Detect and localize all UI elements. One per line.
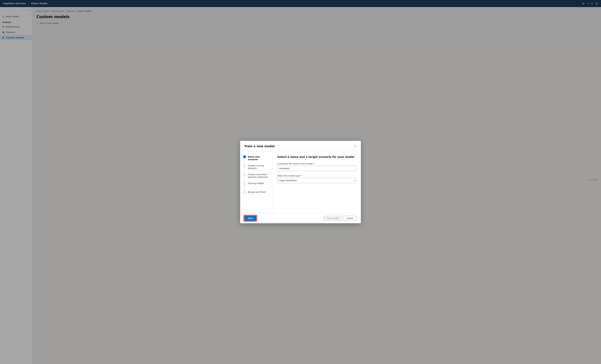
step-4-connector <box>244 185 245 190</box>
steps-panel: Name and scenario Choose training datase… <box>240 151 272 213</box>
step-4-circle <box>243 182 246 185</box>
next-button[interactable]: Next <box>244 216 256 221</box>
step-1-indicator-col <box>243 155 246 164</box>
step-3-connector <box>244 176 245 181</box>
step-2-label: Choose training datasets <box>248 164 270 170</box>
step-3-circle <box>243 173 246 176</box>
model-type-select-wrapper: Image classification Object detection ▾ <box>277 178 356 183</box>
step-2-circle <box>243 164 246 167</box>
modal-overlay: Train a new model × Name and scenario <box>0 0 601 364</box>
modal-title: Train a new model <box>244 144 275 148</box>
modal-header: Train a new model × <box>240 141 361 151</box>
train-model-button: Train model <box>323 216 341 221</box>
name-required-star: * <box>313 163 315 165</box>
step-2-indicator-col <box>243 164 246 173</box>
cancel-button[interactable]: Cancel <box>343 216 357 221</box>
step-5-indicator-col <box>243 191 246 194</box>
type-required-star: * <box>300 175 302 177</box>
step-4-indicator-col <box>243 182 246 191</box>
step-5-label: Review and finish <box>248 191 266 193</box>
form-panel: Select a name and a target scenario for … <box>272 151 361 213</box>
model-name-input[interactable] <box>277 166 356 171</box>
step-3-indicator-col <box>243 173 246 182</box>
model-name-group: Customize the name of this model * <box>277 163 356 171</box>
form-section-title: Select a name and a target scenario for … <box>277 155 356 158</box>
step-training-datasets: Choose training datasets <box>243 164 270 173</box>
model-name-label: Customize the name of this model * <box>277 163 356 165</box>
modal-body: Name and scenario Choose training datase… <box>240 151 361 213</box>
model-type-select[interactable]: Image classification Object detection <box>277 178 356 183</box>
step-review-finish: Review and finish <box>243 191 270 194</box>
step-4-label: Training budget <box>248 182 264 185</box>
step-training-budget: Training budget <box>243 182 270 191</box>
model-type-group: Select the model type * Image classifica… <box>277 175 356 183</box>
step-name-scenario: Name and scenario <box>243 155 270 164</box>
modal-footer: Next Train model Cancel <box>240 213 361 223</box>
step-1-circle <box>243 155 246 158</box>
step-1-label: Name and scenario <box>248 155 270 161</box>
step-eval-datasets: Choose evaluation datasets (Optional) <box>243 173 270 182</box>
step-1-connector <box>244 158 245 164</box>
step-2-connector <box>244 167 245 173</box>
step-3-label: Choose evaluation datasets (Optional) <box>248 173 270 178</box>
modal-close-button[interactable]: × <box>354 144 357 148</box>
step-5-circle <box>243 191 246 194</box>
train-model-modal: Train a new model × Name and scenario <box>240 141 361 223</box>
model-type-label: Select the model type * <box>277 175 356 177</box>
